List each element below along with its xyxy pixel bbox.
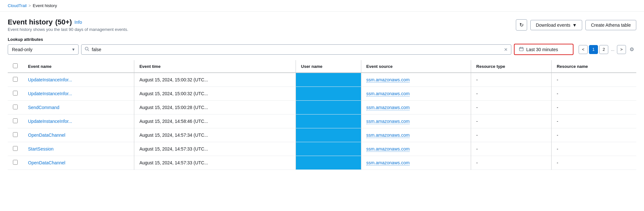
table-row: OpenDataChannelAugust 15, 2024, 14:57:33… [8, 156, 636, 170]
resource-type-cell: - [471, 128, 552, 142]
resource-type-cell: - [471, 87, 552, 101]
row-checkbox[interactable] [13, 146, 18, 151]
resource-name-cell: - [551, 73, 636, 87]
pagination-controls: < 1 2 ... > ⚙ [579, 45, 636, 54]
table-header-row: Event name Event time User name Event so… [8, 60, 636, 73]
row-checkbox[interactable] [13, 77, 18, 82]
event-time-cell: August 15, 2024, 15:00:32 (UTC... [134, 87, 296, 101]
user-name-cell [296, 128, 361, 142]
page-prev-button[interactable]: < [579, 45, 588, 54]
event-source-cell: ssm.amazonaws.com [361, 73, 471, 87]
event-source-cell: ssm.amazonaws.com [361, 87, 471, 101]
page-title-count: (50+) [55, 18, 72, 26]
event-name-cell: SendCommand [23, 101, 134, 115]
row-checkbox-cell [8, 101, 23, 115]
event-time-cell: August 15, 2024, 14:57:33 (UTC... [134, 142, 296, 156]
table-row: StartSessionAugust 15, 2024, 14:57:33 (U… [8, 142, 636, 156]
user-name-cell [296, 101, 361, 115]
page-title-text: Event history [8, 18, 52, 26]
lookup-attribute-select[interactable]: Read-only Event name User name Resource … [8, 44, 79, 55]
table-settings-button[interactable]: ⚙ [627, 45, 636, 54]
event-name-cell: UpdateInstanceInfor... [23, 73, 134, 87]
row-checkbox[interactable] [13, 118, 18, 123]
event-name-cell: StartSession [23, 142, 134, 156]
event-source-cell: ssm.amazonaws.com [361, 128, 471, 142]
download-arrow-icon: ▼ [572, 23, 577, 28]
table-header: Event name Event time User name Event so… [8, 60, 636, 73]
filter-row: Read-only Event name User name Resource … [8, 44, 636, 55]
action-buttons: ↻ Download events ▼ Create Athena table [516, 19, 636, 31]
event-time-cell: August 15, 2024, 14:57:33 (UTC... [134, 156, 296, 170]
event-name-link[interactable]: SendCommand [28, 105, 59, 110]
event-source-link[interactable]: ssm.amazonaws.com [366, 146, 410, 152]
row-checkbox[interactable] [13, 160, 18, 165]
download-events-button[interactable]: Download events ▼ [530, 20, 582, 30]
table-section: Event name Event time User name Event so… [8, 60, 636, 170]
event-source-link[interactable]: ssm.amazonaws.com [366, 91, 410, 96]
event-source-link[interactable]: ssm.amazonaws.com [366, 119, 410, 124]
row-checkbox[interactable] [13, 91, 18, 96]
resource-type-cell: - [471, 101, 552, 115]
filters-section: Lookup attributes Read-only Event name U… [8, 37, 636, 55]
event-source-link[interactable]: ssm.amazonaws.com [366, 160, 410, 166]
lookup-label: Lookup attributes [8, 37, 636, 42]
search-input[interactable] [92, 45, 501, 54]
row-checkbox-cell [8, 142, 23, 156]
header-row: Event history (50+) Info Event history s… [8, 18, 636, 32]
row-checkbox-cell [8, 156, 23, 170]
row-checkbox-cell [8, 73, 23, 87]
row-checkbox[interactable] [13, 132, 18, 137]
event-source-link[interactable]: ssm.amazonaws.com [366, 105, 410, 110]
settings-icon: ⚙ [630, 46, 634, 52]
prev-icon: < [582, 47, 584, 52]
lookup-attribute-select-wrapper: Read-only Event name User name Resource … [8, 44, 79, 55]
event-source-cell: ssm.amazonaws.com [361, 142, 471, 156]
table-row: SendCommandAugust 15, 2024, 15:00:28 (UT… [8, 101, 636, 115]
search-clear-icon[interactable]: ✕ [501, 47, 511, 52]
table-row: UpdateInstanceInfor...August 15, 2024, 1… [8, 87, 636, 101]
breadcrumb-parent-link[interactable]: CloudTrail [8, 3, 27, 8]
event-name-link[interactable]: StartSession [28, 146, 53, 151]
th-resource-name: Resource name [551, 60, 636, 73]
page-subtitle: Event history shows you the last 90 days… [8, 27, 128, 32]
page-wrapper: CloudTrail > Event history Event history… [0, 0, 644, 211]
create-athena-label: Create Athena table [591, 23, 631, 28]
refresh-button[interactable]: ↻ [516, 19, 527, 31]
breadcrumb-separator: > [29, 4, 31, 8]
resource-name-cell: - [551, 156, 636, 170]
event-name-cell: OpenDataChannel [23, 156, 134, 170]
time-filter-label: Last 30 minutes [526, 47, 558, 52]
event-source-link[interactable]: ssm.amazonaws.com [366, 77, 410, 83]
table-row: UpdateInstanceInfor...August 15, 2024, 1… [8, 73, 636, 87]
download-events-label: Download events [536, 23, 570, 28]
user-name-cell [296, 156, 361, 170]
event-source-link[interactable]: ssm.amazonaws.com [366, 133, 410, 138]
event-name-link[interactable]: OpenDataChannel [28, 160, 65, 165]
page-title-container: Event history (50+) Info [8, 18, 128, 26]
time-filter-wrapper: Last 30 minutes [514, 44, 573, 55]
event-name-link[interactable]: OpenDataChannel [28, 133, 65, 138]
event-name-link[interactable]: UpdateInstanceInfor... [28, 119, 72, 124]
user-name-cell [296, 115, 361, 128]
resource-name-cell: - [551, 87, 636, 101]
title-block: Event history (50+) Info Event history s… [8, 18, 128, 32]
event-time-cell: August 15, 2024, 15:00:28 (UTC... [134, 101, 296, 115]
search-icon [81, 47, 92, 52]
create-athena-table-button[interactable]: Create Athena table [585, 20, 636, 30]
event-name-cell: UpdateInstanceInfor... [23, 87, 134, 101]
row-checkbox-cell [8, 87, 23, 101]
resource-name-cell: - [551, 142, 636, 156]
row-checkbox[interactable] [13, 105, 18, 109]
th-user-name: User name [296, 60, 361, 73]
page-1-button[interactable]: 1 [589, 45, 598, 54]
time-filter-button[interactable]: Last 30 minutes [514, 44, 573, 55]
table-row: OpenDataChannelAugust 15, 2024, 14:57:34… [8, 128, 636, 142]
event-time-cell: August 15, 2024, 14:57:34 (UTC... [134, 128, 296, 142]
page-2-button[interactable]: 2 [599, 45, 608, 54]
info-link[interactable]: Info [74, 20, 82, 25]
event-name-link[interactable]: UpdateInstanceInfor... [28, 77, 72, 82]
svg-rect-2 [519, 48, 523, 51]
event-name-link[interactable]: UpdateInstanceInfor... [28, 91, 72, 96]
page-next-button[interactable]: > [617, 45, 626, 54]
select-all-checkbox[interactable] [13, 63, 18, 68]
